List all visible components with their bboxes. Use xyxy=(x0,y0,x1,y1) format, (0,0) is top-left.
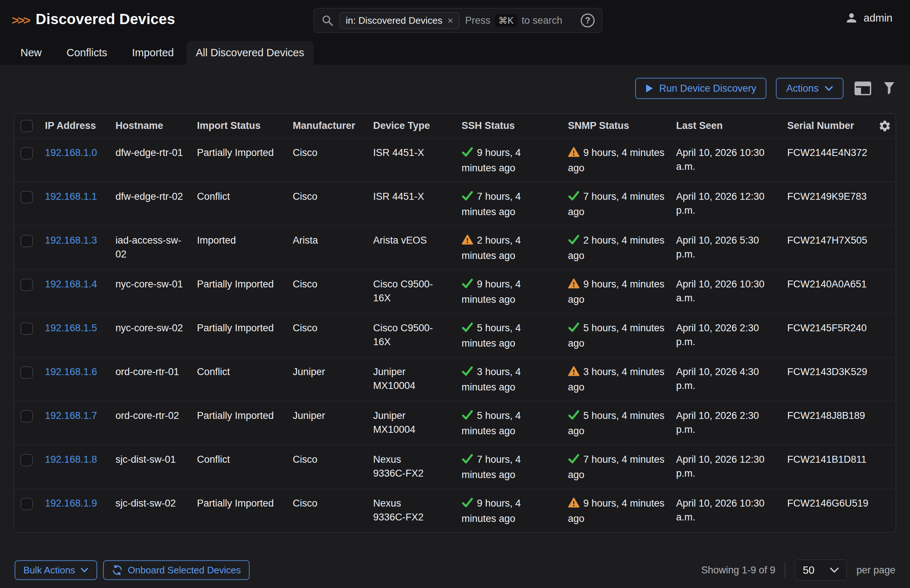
row-checkbox-cell xyxy=(14,445,38,489)
column-header-snmp-status: SNMP Status xyxy=(561,113,670,138)
user-menu[interactable]: admin xyxy=(845,11,892,25)
warning-icon xyxy=(568,147,580,161)
row-end-cell xyxy=(874,270,896,313)
ip-address-link[interactable]: 192.168.1.3 xyxy=(38,226,109,270)
ip-address-link[interactable]: 192.168.1.5 xyxy=(38,314,109,357)
check-icon xyxy=(568,322,580,336)
device-type-cell: Cisco C9500-16X xyxy=(366,314,455,357)
search-help-icon[interactable]: ? xyxy=(581,13,594,27)
table-body: 192.168.1.0 dfw-edge-rtr-01 Partially Im… xyxy=(14,139,896,533)
row-checkbox[interactable] xyxy=(21,410,33,423)
serial-number-cell: FCW2143D3K529 xyxy=(780,357,874,401)
gear-icon[interactable] xyxy=(878,120,891,132)
row-end-cell xyxy=(874,226,896,270)
ssh-status-cell: 5 hours, 4 minutes ago xyxy=(455,401,561,445)
row-checkbox[interactable] xyxy=(21,498,33,510)
hostname-cell: sjc-dist-sw-02 xyxy=(109,489,190,533)
row-checkbox[interactable] xyxy=(21,147,33,160)
snmp-status-cell: 5 hours, 4 minutes ago xyxy=(561,401,670,445)
import-status-cell: Imported xyxy=(190,226,286,270)
row-checkbox[interactable] xyxy=(21,191,33,204)
table-row: 192.168.1.0 dfw-edge-rtr-01 Partially Im… xyxy=(14,139,896,182)
serial-number-cell: FCW2144E4N372 xyxy=(780,139,874,182)
ip-address-link[interactable]: 192.168.1.6 xyxy=(38,357,109,401)
ip-address-link[interactable]: 192.168.1.4 xyxy=(38,270,109,313)
last-seen-cell: April 10, 2026 2:30 p.m. xyxy=(670,314,780,357)
tab-new[interactable]: New xyxy=(8,41,54,65)
ip-address-link[interactable]: 192.168.1.1 xyxy=(38,182,109,226)
column-header-last-seen: Last Seen xyxy=(670,113,780,138)
manufacturer-cell: Cisco xyxy=(286,270,366,313)
snmp-status-cell: 5 hours, 4 minutes ago xyxy=(561,314,670,357)
cmd-k-shortcut: ⌘K xyxy=(495,14,518,27)
check-icon xyxy=(461,190,473,205)
ssh-status-cell: 5 hours, 4 minutes ago xyxy=(455,314,561,357)
per-page-select[interactable]: 50 xyxy=(795,559,847,581)
check-icon xyxy=(461,409,473,424)
manufacturer-cell: Cisco xyxy=(286,182,366,226)
run-device-discovery-button[interactable]: Run Device Discovery xyxy=(635,78,767,99)
manufacturer-cell: Cisco xyxy=(286,314,366,357)
row-checkbox[interactable] xyxy=(21,366,33,379)
global-search-input[interactable]: in: Discovered Devices × Press ⌘K to sea… xyxy=(314,8,602,33)
device-type-cell: ISR 4451-X xyxy=(366,139,455,182)
serial-number-cell: FCW2146G6U519 xyxy=(780,489,874,533)
ip-address-link[interactable]: 192.168.1.8 xyxy=(38,445,109,489)
last-seen-cell: April 10, 2026 2:30 p.m. xyxy=(670,401,780,445)
snmp-status-cell: 7 hours, 4 minutes ago xyxy=(561,445,670,489)
user-name: admin xyxy=(864,12,892,24)
ip-address-link[interactable]: 192.168.1.0 xyxy=(38,139,109,182)
tab-all-discovered-devices[interactable]: All Discovered Devices xyxy=(186,41,314,65)
chip-close-icon[interactable]: × xyxy=(447,15,453,26)
row-end-cell xyxy=(874,401,896,445)
column-header-manufacturer: Manufacturer xyxy=(286,113,366,138)
import-status-cell: Partially Imported xyxy=(190,139,286,182)
row-end-cell xyxy=(874,445,896,489)
manufacturer-cell: Cisco xyxy=(286,489,366,533)
toolbar: Run Device Discovery Actions xyxy=(635,78,896,99)
table-view-icon[interactable] xyxy=(853,80,873,97)
ssh-status-cell: 2 hours, 4 minutes ago xyxy=(455,226,561,270)
snmp-status-cell: 9 hours, 4 minutes ago xyxy=(561,489,670,533)
onboard-selected-devices-button[interactable]: Onboard Selected Devices xyxy=(103,560,249,580)
row-checkbox[interactable] xyxy=(21,454,33,466)
row-checkbox-cell xyxy=(14,270,38,313)
import-status-cell: Partially Imported xyxy=(190,489,286,533)
device-type-cell: Arista vEOS xyxy=(366,226,455,270)
table-row: 192.168.1.5 nyc-core-sw-02 Partially Imp… xyxy=(14,314,896,357)
tab-conflicts[interactable]: Conflicts xyxy=(54,41,120,65)
row-checkbox-cell xyxy=(14,357,38,401)
serial-number-cell: FCW2145F5R240 xyxy=(780,314,874,357)
search-filter-chip[interactable]: in: Discovered Devices × xyxy=(340,13,459,29)
ssh-status-cell: 7 hours, 4 minutes ago xyxy=(455,182,561,226)
serial-number-cell: FCW2149K9E783 xyxy=(780,182,874,226)
check-icon xyxy=(461,497,473,512)
row-checkbox-cell xyxy=(14,489,38,533)
hostname-cell: iad-access-sw-02 xyxy=(109,226,190,270)
device-type-cell: ISR 4451-X xyxy=(366,182,455,226)
row-checkbox[interactable] xyxy=(21,323,33,335)
select-all-checkbox[interactable] xyxy=(21,120,33,132)
warning-icon xyxy=(568,497,580,512)
actions-dropdown-button[interactable]: Actions xyxy=(776,78,844,99)
bulk-actions-button[interactable]: Bulk Actions xyxy=(15,560,97,580)
ssh-status-cell: 9 hours, 4 minutes ago xyxy=(455,489,561,533)
warning-icon xyxy=(568,278,580,292)
ip-address-link[interactable]: 192.168.1.7 xyxy=(38,401,109,445)
table-row: 192.168.1.3 iad-access-sw-02 Imported Ar… xyxy=(14,226,896,270)
last-seen-cell: April 10, 2026 12:30 p.m. xyxy=(670,182,780,226)
import-status-cell: Partially Imported xyxy=(190,401,286,445)
ip-address-link[interactable]: 192.168.1.9 xyxy=(38,489,109,533)
manufacturer-cell: Cisco xyxy=(286,445,366,489)
play-icon xyxy=(645,84,653,93)
row-checkbox-cell xyxy=(14,139,38,182)
check-icon xyxy=(461,278,473,292)
row-checkbox[interactable] xyxy=(21,279,33,291)
ssh-status-cell: 9 hours, 4 minutes ago xyxy=(455,139,561,182)
row-end-cell xyxy=(874,182,896,226)
row-checkbox[interactable] xyxy=(21,235,33,247)
per-page-label: per page xyxy=(856,565,895,576)
tab-imported[interactable]: Imported xyxy=(120,41,186,65)
last-seen-cell: April 10, 2026 10:30 a.m. xyxy=(670,139,780,182)
filter-icon[interactable] xyxy=(882,80,896,97)
